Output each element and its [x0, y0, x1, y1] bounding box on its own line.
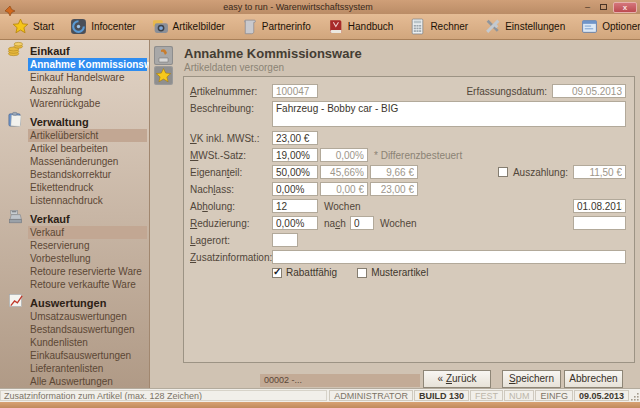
- star-icon: [154, 66, 173, 85]
- nachlass-input[interactable]: [272, 182, 318, 196]
- sidebar-item-artikel-bearbeiten[interactable]: Artikel bearbeiten: [28, 142, 147, 155]
- mwst-input[interactable]: [272, 148, 318, 162]
- clipboard-icon: [7, 111, 24, 128]
- auszahlung-input[interactable]: [573, 165, 626, 179]
- erfassungsdatum-input[interactable]: [552, 84, 626, 98]
- toolbar-button-start[interactable]: Start: [4, 14, 62, 39]
- chart-icon: [7, 292, 24, 309]
- maximize-icon: [600, 4, 607, 10]
- toolbar-label: Handbuch: [348, 21, 394, 32]
- beschreibung-label: Beschreibung:: [190, 103, 254, 114]
- sidebar-item-bestandsauswertungen[interactable]: Bestandsauswertungen: [28, 323, 147, 336]
- abholung-datum-input[interactable]: [573, 199, 626, 213]
- nachlass-endpreis-input[interactable]: [370, 182, 418, 196]
- sidebar-item-alle-auswertungen[interactable]: Alle Auswertungen: [28, 375, 147, 388]
- sidebar-section-title: Verwaltung: [30, 116, 89, 128]
- toolbar-button-partnerinfo[interactable]: Partnerinfo: [233, 14, 319, 39]
- sidebar-item-listennachdruck[interactable]: Listennachdruck: [28, 194, 147, 207]
- reduzierung-input[interactable]: [272, 216, 318, 230]
- abbrechen-button[interactable]: Abbrechen: [564, 370, 623, 388]
- sidebar-item-umsatzauswertungen[interactable]: Umsatzauswertungen: [28, 310, 147, 323]
- abholung-input[interactable]: [272, 199, 318, 213]
- coins-icon: [7, 40, 24, 57]
- toolbar-button-handbuch[interactable]: Handbuch: [319, 14, 402, 39]
- status-fest: FEST: [470, 390, 503, 401]
- mwst-diff-input[interactable]: [320, 148, 368, 162]
- sidebar-item-auszahlung[interactable]: Auszahlung: [28, 84, 147, 97]
- lagerort-input[interactable]: [272, 233, 298, 247]
- sidebar-item-bestandskorrektur[interactable]: Bestandskorrektur: [28, 168, 147, 181]
- zurueck-button[interactable]: « Zurück: [423, 370, 491, 388]
- status-user: ADMINISTRATOR: [329, 390, 413, 401]
- sidebar-item-reservierung[interactable]: Reservierung: [28, 239, 147, 252]
- abholung-unit: Wochen: [324, 201, 361, 212]
- toolbar-label: Optionen: [602, 21, 640, 32]
- sidebar-item-kundenlisten[interactable]: Kundenlisten: [28, 336, 147, 349]
- sidebar-item-massenaenderungen[interactable]: Massenänderungen: [28, 155, 147, 168]
- speichern-button[interactable]: Speichern: [502, 370, 561, 388]
- artikelnummer-input[interactable]: [272, 84, 318, 98]
- minimize-button[interactable]: –: [581, 2, 594, 13]
- reduzierung-datum-input[interactable]: [573, 216, 626, 230]
- zusatzinformation-input[interactable]: [272, 250, 626, 264]
- sidebar-section-verwaltung: Verwaltung: [0, 112, 149, 129]
- eigenanteil-input[interactable]: [272, 165, 318, 179]
- eigenanteil-pct-input[interactable]: [320, 165, 368, 179]
- auszahlung-label: Auszahlung:: [513, 167, 568, 178]
- rabattfaehig-checkbox[interactable]: [272, 268, 282, 278]
- sidebar-item-retoure-verkaufte-ware[interactable]: Retoure verkaufte Ware: [28, 278, 147, 291]
- toolbar-label: Einstellungen: [505, 21, 565, 32]
- sidebar-item-einkauf-handelsware[interactable]: Einkauf Handelsware: [28, 71, 147, 84]
- calculator-icon: [409, 18, 426, 35]
- camera-icon: [152, 18, 169, 35]
- page-title: Annahme Kommissionsware: [184, 46, 362, 61]
- resize-grip[interactable]: [630, 390, 639, 401]
- beschreibung-textarea[interactable]: Fahrzeug - Bobby car - BIG: [272, 101, 626, 127]
- sidebar-item-warenrueckgabe[interactable]: Warenrückgabe: [28, 97, 147, 110]
- sidebar-item-vorbestellung[interactable]: Vorbestellung: [28, 252, 147, 265]
- reduzierung-label: Reduzierung:: [190, 218, 250, 229]
- erfassungsdatum-label: Erfassungsdatum:: [466, 86, 547, 97]
- close-button[interactable]: x: [613, 2, 637, 13]
- sidebar-item-lieferantenlisten[interactable]: Lieferantenlisten: [28, 362, 147, 375]
- abholung-label: Abholung:: [190, 201, 235, 212]
- vk-label: VK inkl. MWSt.:: [190, 133, 259, 144]
- differenzbesteuert-note: * Differenzbesteuert: [374, 150, 462, 161]
- book-icon: [327, 18, 344, 35]
- bottom-strip: [0, 402, 640, 408]
- toolbar-button-infocenter[interactable]: Infocenter: [62, 14, 143, 39]
- cash-register-icon: [7, 208, 24, 225]
- sidebar-item-annahme-kommissionsware[interactable]: Annahme Kommissionsware: [28, 58, 147, 71]
- toolbar-button-einstellungen[interactable]: Einstellungen: [476, 14, 573, 39]
- toolbar: Start Infocenter Artikelbilder Partnerin…: [0, 14, 640, 40]
- musterartikel-checkbox[interactable]: [357, 268, 367, 278]
- maximize-button[interactable]: [597, 2, 610, 13]
- lagerort-label: Lagerort:: [190, 235, 230, 246]
- sidebar-item-artikeluebersicht[interactable]: Artikelübersicht: [28, 129, 147, 142]
- sidebar-section-verkauf: Verkauf: [0, 209, 149, 226]
- toolbar-button-artikelbilder[interactable]: Artikelbilder: [144, 14, 233, 39]
- page-subtitle: Artikeldaten versorgen: [184, 62, 284, 73]
- scroll-icon: [241, 18, 258, 35]
- toolbar-button-optionen[interactable]: Optionen: [573, 14, 640, 39]
- toolbar-button-rechner[interactable]: Rechner: [401, 14, 476, 39]
- infocenter-icon: [70, 18, 87, 35]
- reduzierung-wochen-input[interactable]: [350, 216, 374, 230]
- mwst-label: MWSt.-Satz:: [190, 150, 246, 161]
- sidebar-item-etikettendruck[interactable]: Etikettendruck: [28, 181, 147, 194]
- eigenanteil-eur-input[interactable]: [370, 165, 418, 179]
- form-groupbox: Artikelnummer: Erfassungsdatum: Beschrei…: [183, 76, 635, 363]
- sidebar-item-verkauf[interactable]: Verkauf: [28, 226, 147, 239]
- sidebar: Einkauf Annahme Kommissionsware Einkauf …: [0, 40, 150, 388]
- wrench-icon: [484, 18, 501, 35]
- status-message: Zusatzinformation zum Artikel (max. 128 …: [0, 390, 327, 401]
- nachlass-eur-input[interactable]: [320, 182, 368, 196]
- status-build: BUILD 130: [414, 390, 469, 401]
- sidebar-section-auswertungen: Auswertungen: [0, 293, 149, 310]
- sidebar-section-title: Einkauf: [30, 45, 70, 57]
- sidebar-item-einkaufsauswertungen[interactable]: Einkaufsauswertungen: [28, 349, 147, 362]
- auszahlung-checkbox[interactable]: [498, 167, 508, 177]
- sidebar-item-retoure-reservierte-ware[interactable]: Retoure reservierte Ware: [28, 265, 147, 278]
- title-bar: easy to run - Warenwirtschaftssystem – x: [0, 0, 640, 14]
- vk-input[interactable]: [272, 131, 318, 145]
